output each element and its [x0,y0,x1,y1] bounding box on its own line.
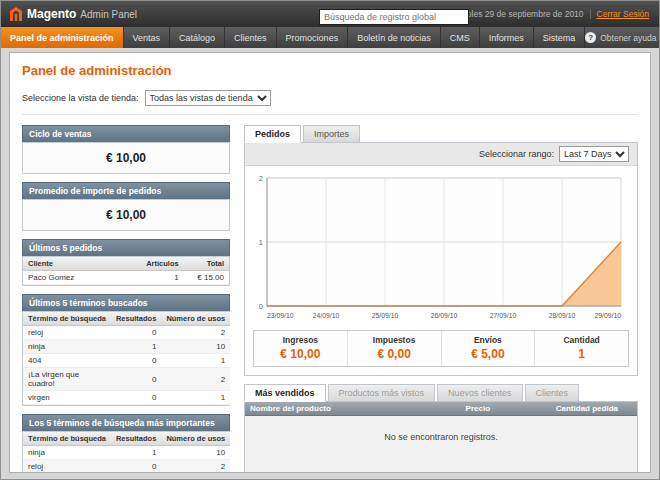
tab-mas-vendidos[interactable]: Más vendidos [244,384,326,402]
empty-records-message: No se encontraron registros. [245,416,637,473]
cell: 0 [111,326,161,340]
col-header: Término de búsqueda [23,312,111,326]
tab-productos-mas-vistos[interactable]: Productos más vistos [328,384,436,402]
average-orders-value: € 10,00 [23,200,229,230]
lifetime-sales-panel: Ciclo de ventas € 10,00 [22,125,230,174]
logo-text: Magento [27,7,76,21]
help-link[interactable]: ? Obtener ayuda para esta página [585,27,660,48]
magento-logo: Magento Admin Panel [9,6,137,22]
col-header: Nombre del producto [245,402,461,416]
chart-wrap: 01223/09/1024/09/1025/09/1026/09/1027/09… [245,166,637,326]
table-row[interactable]: ¡La virgen que cuadro! 0 2 [23,368,230,391]
stats-row: Ingresos € 10,00 Impuestos € 0,00 Envíos… [253,330,629,367]
stat-ingresos: Ingresos € 10,00 [254,331,347,366]
cell: € 15.00 [184,271,229,285]
nav-item-dashboard[interactable]: Panel de administración [1,27,124,48]
table-row[interactable]: virgen 0 1 [23,391,230,405]
nav-item-boletin[interactable]: Boletín de noticias [348,27,441,48]
cell: reloj [23,326,111,340]
dashboard-left-column: Ciclo de ventas € 10,00 Promedio de impo… [22,125,230,473]
cell: 1 [111,340,161,354]
range-select[interactable]: Last 7 Days [559,146,629,162]
lifetime-sales-value: € 10,00 [23,143,229,173]
store-view-select[interactable]: Todas las vistas de tienda [145,90,271,106]
nav-item-clientes[interactable]: Clientes [225,27,277,48]
store-view-row: Seleccione la vista de tienda: Todas las… [22,90,638,115]
cell: 404 [23,354,111,368]
products-table: Nombre del producto Precio Cantidad pedi… [245,402,637,416]
tab-pedidos[interactable]: Pedidos [244,125,301,143]
cell: 2 [161,326,230,340]
products-tabs: Más vendidos Productos más vistos Nuevos… [244,384,638,402]
svg-text:24/09/10: 24/09/10 [313,312,340,319]
global-search-input[interactable] [319,9,469,25]
cell: 1 [161,354,230,368]
orders-amounts-tabs: Pedidos Importes [244,125,638,143]
cell: 0 [111,460,161,474]
last-orders-title: Últimos 5 pedidos [22,239,230,256]
orders-chart: 01223/09/1024/09/1025/09/1026/09/1027/09… [251,170,631,322]
magento-admin-window: Magento Admin Panel Accedió como aparo m… [0,0,660,480]
logo-subtitle: Admin Panel [80,9,137,20]
cell: 2 [161,460,230,474]
table-row[interactable]: reloj 0 2 [23,326,230,340]
svg-text:28/09/10: 28/09/10 [549,312,576,319]
average-orders-title: Promedio de importe de pedidos [22,182,230,199]
col-header: Precio [461,402,551,416]
main-nav: Panel de administración Ventas Catálogo … [1,27,659,48]
nav-item-cms[interactable]: CMS [441,27,480,48]
cell: 2 [161,368,230,391]
top-search-title: Los 5 términos de búsqueda más important… [22,414,230,431]
average-orders-panel: Promedio de importe de pedidos € 10,00 [22,182,230,231]
stat-cantidad: Cantidad 1 [534,331,628,366]
range-bar: Seleccionar rango: Last 7 Days [245,143,637,166]
tab-nuevos-clientes[interactable]: Nuevos clientes [437,384,523,402]
table-row[interactable]: ninja 1 10 [23,446,230,460]
cell: ¡La virgen que cuadro! [23,368,111,391]
top-search-panel: Los 5 términos de búsqueda más important… [22,414,230,473]
tab-clientes[interactable]: Clientes [525,384,580,402]
table-row[interactable]: 404 0 1 [23,354,230,368]
cell: 10 [161,446,230,460]
last-search-table: Término de búsqueda Resultados Número de… [23,312,230,405]
svg-text:26/09/10: 26/09/10 [431,312,458,319]
page-title: Panel de administración [22,63,638,78]
col-header: Cantidad pedida [551,402,637,416]
stat-label: Envíos [442,335,535,345]
cell: reloj [23,460,111,474]
tab-importes[interactable]: Importes [303,125,360,143]
last-orders-panel: Últimos 5 pedidos Cliente Artículos Tota… [22,239,230,286]
cell: Paco Gomez [23,271,136,285]
stat-envios: Envíos € 5,00 [441,331,535,366]
stat-value: € 10,00 [254,347,347,361]
table-row[interactable]: Paco Gomez 1 € 15.00 [23,271,229,285]
col-header: Artículos [136,257,183,271]
last-search-panel: Últimos 5 términos buscados Término de b… [22,294,230,406]
logout-link[interactable]: Cerrar Sesión [591,9,651,19]
nav-item-ventas[interactable]: Ventas [124,27,171,48]
nav-item-sistema[interactable]: Sistema [534,27,586,48]
cell: 0 [111,391,161,405]
nav-item-promociones[interactable]: Promociones [277,27,349,48]
cell: ninja [23,446,111,460]
svg-text:29/09/10: 29/09/10 [595,312,622,319]
global-search [319,6,469,25]
bottom-block: Más vendidos Productos más vistos Nuevos… [244,384,638,473]
col-header: Término de búsqueda [23,432,111,446]
top-search-table: Término de búsqueda Resultados Número de… [23,432,230,473]
help-label: Obtener ayuda para esta página [600,33,660,43]
products-panel: Nombre del producto Precio Cantidad pedi… [244,401,638,473]
cell: virgen [23,391,111,405]
table-row[interactable]: reloj 0 2 [23,460,230,474]
cell: 10 [161,340,230,354]
nav-item-informes[interactable]: Informes [480,27,534,48]
cell: 0 [111,354,161,368]
nav-item-catalogo[interactable]: Catálogo [170,27,225,48]
last-orders-table: Cliente Artículos Total Paco Gomez 1 € 1… [23,257,229,285]
table-row[interactable]: ninja 1 10 [23,340,230,354]
stat-value: € 0,00 [348,347,441,361]
col-header: Número de usos [161,312,230,326]
col-header: Número de usos [161,432,230,446]
svg-text:2: 2 [259,174,263,183]
svg-text:25/09/10: 25/09/10 [372,312,399,319]
